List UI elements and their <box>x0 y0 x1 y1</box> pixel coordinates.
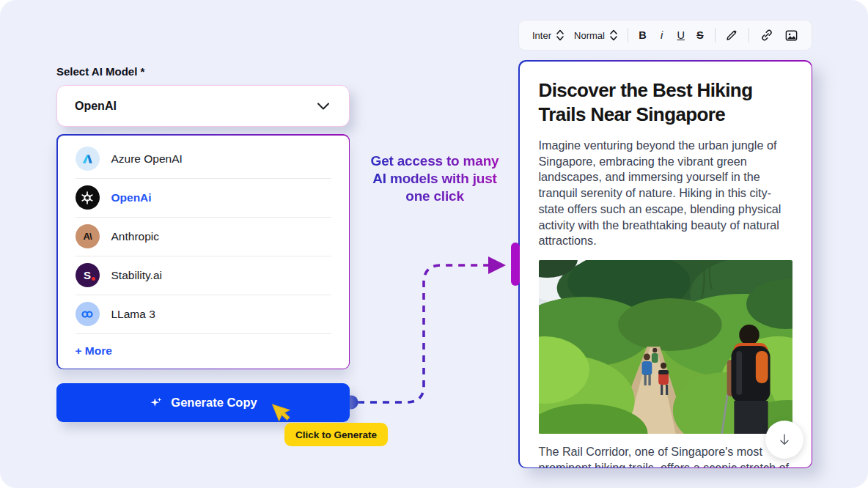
sparkles-icon <box>149 396 163 410</box>
article-body-paragraph: The Rail Corridor, one of Singapore's mo… <box>539 444 792 467</box>
model-option-azure-openai[interactable]: Azure OpenAI <box>58 140 349 178</box>
model-option-label: LLama 3 <box>111 308 155 321</box>
chevron-updown-icon <box>610 29 617 41</box>
callout-text: Get access to many AI models with just o… <box>367 152 503 205</box>
model-option-label: Stability.ai <box>111 269 163 282</box>
azure-icon <box>76 147 100 171</box>
font-family-select[interactable]: Inter <box>532 29 564 41</box>
italic-button[interactable]: i <box>658 29 666 41</box>
model-option-stability[interactable]: S Stability.ai <box>58 256 349 295</box>
arrow-head-icon <box>488 256 506 274</box>
paragraph-style-select[interactable]: Normal <box>574 29 617 41</box>
toolbar-divider <box>628 28 628 42</box>
text-editor-toolbar: Inter Normal B i U S <box>518 20 812 51</box>
model-options-list: Azure OpenAI <box>56 134 350 369</box>
jungle-trail-illustration <box>539 260 792 434</box>
mouse-cursor-icon <box>267 402 292 429</box>
stability-icon: S <box>76 263 100 287</box>
toolbar-divider <box>749 28 749 42</box>
model-option-openai[interactable]: OpenAi <box>58 179 349 217</box>
anthropic-icon: A\ <box>76 224 100 248</box>
model-dropdown[interactable]: OpenAI <box>56 85 350 127</box>
model-dropdown-value: OpenAI <box>75 100 117 113</box>
arrow-down-icon <box>777 432 792 447</box>
select-model-label: Select AI Model * <box>56 65 144 78</box>
toolbar-divider <box>715 28 716 42</box>
image-icon[interactable] <box>784 29 798 42</box>
more-models-link[interactable]: + More <box>58 334 349 358</box>
chevron-down-icon <box>315 98 331 114</box>
article-title: Discover the Best Hiking Trails Near Sin… <box>539 78 792 127</box>
model-option-label: Azure OpenAI <box>111 152 183 166</box>
meta-llama-icon <box>76 302 100 326</box>
generated-copy-panel: Discover the Best Hiking Trails Near Sin… <box>518 60 812 468</box>
generate-copy-button[interactable]: Generate Copy <box>56 383 350 422</box>
generate-copy-label: Generate Copy <box>171 396 257 410</box>
article-intro-paragraph: Imagine venturing beyond the urban jungl… <box>539 138 792 249</box>
model-option-label: OpenAi <box>111 191 152 204</box>
link-icon[interactable] <box>760 28 774 42</box>
underline-button[interactable]: U <box>677 29 685 41</box>
model-option-label: Anthropic <box>111 230 159 243</box>
paragraph-style-value: Normal <box>574 30 605 41</box>
font-family-value: Inter <box>532 30 551 41</box>
click-to-generate-tooltip: Click to Generate <box>284 423 388 446</box>
scroll-down-button[interactable] <box>765 421 803 459</box>
panel-connector-tab <box>511 243 520 286</box>
highlighter-icon[interactable] <box>725 29 738 42</box>
article-image <box>539 260 792 434</box>
openai-icon <box>76 185 100 210</box>
bold-button[interactable]: B <box>638 29 647 41</box>
chevron-updown-icon <box>556 29 564 41</box>
model-option-anthropic[interactable]: A\ Anthropic <box>58 218 349 256</box>
app-canvas: Select AI Model * OpenAI Azure OpenAI <box>0 0 868 488</box>
model-option-llama[interactable]: LLama 3 <box>58 295 349 333</box>
strikethrough-button[interactable]: S <box>696 29 705 41</box>
